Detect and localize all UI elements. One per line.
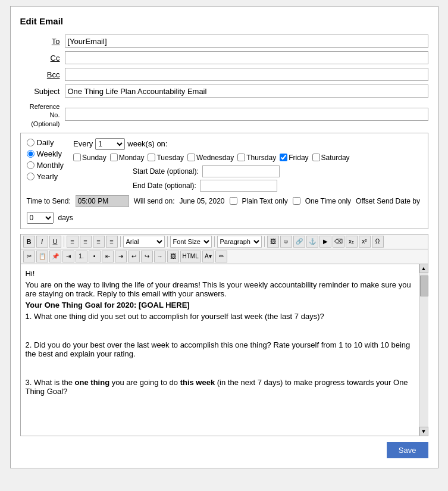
indent-button[interactable]: ⇥ <box>62 251 74 262</box>
bcc-row: Bcc <box>20 68 428 81</box>
editor-q1: 1. What one thing did you set out to acc… <box>26 312 417 321</box>
editor-body[interactable]: Hi! You are on the way to living the lif… <box>20 264 428 436</box>
bcc-input[interactable] <box>65 68 428 81</box>
end-date-row: End Date (optional): <box>73 180 421 192</box>
anchor-button[interactable]: ⚓ <box>306 236 318 248</box>
thursday-day[interactable]: Thursday <box>237 154 276 162</box>
sunday-checkbox[interactable] <box>73 154 81 161</box>
ul-button[interactable]: • <box>89 251 101 262</box>
thursday-checkbox[interactable] <box>237 154 245 161</box>
one-time-checkbox[interactable] <box>293 197 300 205</box>
subject-input[interactable] <box>65 85 428 98</box>
subscript-button[interactable]: x₂ <box>346 236 358 248</box>
vertical-scrollbar[interactable]: ▲ ▼ <box>419 264 428 436</box>
monday-day[interactable]: Monday <box>110 154 145 162</box>
start-date-input[interactable] <box>202 165 280 177</box>
daily-radio-row: Daily <box>27 138 64 147</box>
friday-day[interactable]: Friday <box>280 154 308 162</box>
scroll-thumb[interactable] <box>420 276 428 296</box>
align-right-button[interactable]: ≡ <box>93 236 105 248</box>
weekly-label: Weekly <box>37 149 62 158</box>
monday-checkbox[interactable] <box>110 154 118 161</box>
superscript-button[interactable]: x² <box>359 236 371 248</box>
schedule-options: Every 1234 week(s) on: Sunday Monday Tue… <box>73 138 421 192</box>
plain-text-checkbox[interactable] <box>230 197 237 205</box>
paragraph-select[interactable]: ParagraphHeading 1Heading 2 <box>217 236 262 248</box>
weekly-radio-row: Weekly <box>27 149 64 158</box>
cc-input[interactable] <box>65 51 428 64</box>
every-label: Every <box>73 139 93 148</box>
bold-button[interactable]: B <box>23 236 35 248</box>
offset-label: Offset Send Date by <box>356 197 420 205</box>
italic-button[interactable]: I <box>36 236 48 248</box>
will-send-date: June 05, 2020 <box>179 197 224 205</box>
justify-button[interactable]: ≡ <box>106 236 118 248</box>
underline-button[interactable]: U <box>49 236 61 248</box>
send-row: Time to Send: Will send on: June 05, 202… <box>27 195 422 224</box>
saturday-day[interactable]: Saturday <box>312 154 350 162</box>
outdent-button[interactable]: ⇤ <box>102 251 114 262</box>
editor-toolbar-2: ✂ 📋 📌 ⇥ 1. • ⇤ ⇥ ↩ ↪ → 🖼 HTML A▾ ✏ <box>20 249 428 264</box>
wednesday-checkbox[interactable] <box>187 154 195 161</box>
weekly-radio[interactable] <box>27 150 35 158</box>
editor-q2: 2. Did you do your best over the last we… <box>26 340 417 358</box>
media-button[interactable]: ▶ <box>319 236 331 248</box>
font-select[interactable]: ArialTimes New RomanCourier New <box>123 236 165 248</box>
yearly-radio[interactable] <box>27 173 35 180</box>
editor-container: Hi! You are on the way to living the lif… <box>20 264 428 436</box>
editor-q1-space <box>26 323 417 332</box>
save-button[interactable]: Save <box>387 442 428 458</box>
to-input[interactable] <box>65 35 428 48</box>
scroll-up-button[interactable]: ▲ <box>419 264 428 273</box>
insert-image2-button[interactable]: 🖼 <box>167 251 179 262</box>
end-date-input[interactable] <box>200 180 277 192</box>
html-button[interactable]: HTML <box>180 251 201 262</box>
align-center-button[interactable]: ≡ <box>80 236 92 248</box>
copy-button[interactable]: 📋 <box>36 251 48 262</box>
subject-row: Subject <box>20 85 428 98</box>
scroll-down-button[interactable]: ▼ <box>419 427 428 436</box>
offset-select[interactable]: 0123 <box>27 212 54 224</box>
emoticon-button[interactable]: ☺ <box>280 236 292 248</box>
tuesday-day[interactable]: Tuesday <box>148 154 184 162</box>
tuesday-checkbox[interactable] <box>148 154 155 161</box>
editor-q2-space <box>26 361 417 370</box>
sunday-day[interactable]: Sunday <box>73 154 106 162</box>
forward-button[interactable]: → <box>154 251 166 262</box>
wednesday-day[interactable]: Wednesday <box>187 154 234 162</box>
paste-button[interactable]: 📌 <box>49 251 61 262</box>
start-date-row: Start Date (optional): <box>73 165 421 177</box>
friday-checkbox[interactable] <box>280 154 287 161</box>
start-date-label: Start Date (optional): <box>133 167 199 176</box>
insert-image-button[interactable]: 🖼 <box>267 236 279 248</box>
reference-label: ReferenceNo.(Optional) <box>20 101 65 128</box>
daily-radio[interactable] <box>27 139 35 146</box>
link-button[interactable]: 🔗 <box>293 236 305 248</box>
redo-button[interactable]: ↪ <box>141 251 153 262</box>
font-color-button[interactable]: A▾ <box>202 251 214 262</box>
undo-button[interactable]: ↩ <box>128 251 140 262</box>
editor-toolbar-1: B I U ≡ ≡ ≡ ≡ ArialTimes New RomanCourie… <box>20 234 428 249</box>
special-char-button[interactable]: Ω <box>372 236 384 248</box>
yearly-radio-row: Yearly <box>27 172 64 181</box>
save-row: Save <box>20 442 428 458</box>
monthly-radio[interactable] <box>27 161 35 169</box>
editor-wrapper: B I U ≡ ≡ ≡ ≡ ArialTimes New RomanCourie… <box>20 234 428 436</box>
editor-intro: You are on the way to living the life of… <box>26 280 417 298</box>
saturday-checkbox[interactable] <box>312 154 320 161</box>
editor-goal: Your One Thing Goal for 2020: [GOAL HERE… <box>26 301 417 309</box>
reference-input[interactable] <box>65 108 428 121</box>
every-row: Every 1234 week(s) on: <box>73 138 421 150</box>
eraser-button[interactable]: ⌫ <box>333 236 344 248</box>
cc-row: Cc <box>20 51 428 64</box>
time-input[interactable] <box>76 195 129 207</box>
cut-button[interactable]: ✂ <box>23 251 35 262</box>
scroll-track[interactable] <box>419 273 428 427</box>
ol-button[interactable]: 1. <box>76 251 87 262</box>
indent2-button[interactable]: ⇥ <box>115 251 127 262</box>
align-left-button[interactable]: ≡ <box>67 236 79 248</box>
highlight-button[interactable]: ✏ <box>215 251 227 262</box>
font-size-select[interactable]: Font Size810121416 <box>170 236 212 248</box>
every-select[interactable]: 1234 <box>95 138 125 150</box>
one-time-label: One Time only <box>305 197 351 205</box>
